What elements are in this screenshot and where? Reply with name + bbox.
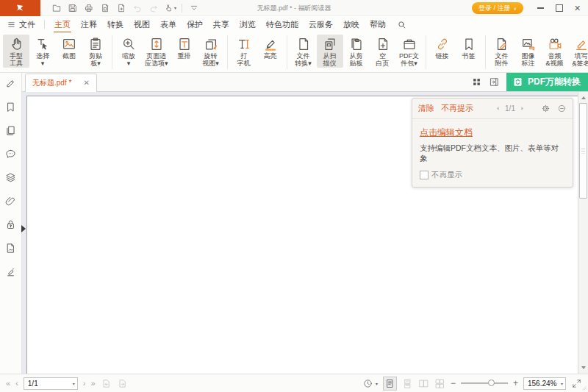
tab-thumbnails-button[interactable] bbox=[471, 76, 482, 88]
maximize-button[interactable] bbox=[550, 0, 568, 16]
vertical-scrollbar[interactable] bbox=[578, 92, 588, 374]
reflow-button[interactable]: 重排 bbox=[171, 35, 198, 60]
open-button[interactable] bbox=[49, 0, 64, 16]
close-button[interactable]: ✕ bbox=[568, 0, 587, 16]
save-button[interactable] bbox=[65, 0, 80, 16]
print-button[interactable] bbox=[82, 0, 96, 16]
from-clipboard-icon bbox=[348, 36, 365, 52]
undo-button[interactable] bbox=[130, 0, 145, 16]
zoom-slider[interactable] bbox=[461, 382, 508, 384]
customize-toolbar-button[interactable] bbox=[187, 0, 201, 16]
zoom-tool-button[interactable]: 缩放▾ bbox=[115, 35, 142, 68]
next-notification-icon[interactable] bbox=[519, 105, 526, 112]
signature-panel-button[interactable] bbox=[4, 242, 17, 254]
menu-item-5[interactable]: 表单 bbox=[159, 17, 177, 32]
minimize-button[interactable] bbox=[531, 0, 550, 16]
menu-item-6[interactable]: 保护 bbox=[186, 17, 204, 32]
prev-notification-icon[interactable] bbox=[495, 105, 501, 112]
chevron-down-icon[interactable]: ▾ bbox=[376, 381, 378, 386]
bookmarks-panel-button[interactable] bbox=[4, 101, 17, 113]
edit-document-link[interactable]: 点击编辑文档 bbox=[420, 126, 473, 139]
login-register-button[interactable]: 登录 / 注册 ∨ bbox=[472, 2, 523, 14]
login-label: 登录 / 注册 bbox=[478, 4, 511, 13]
prev-page-button[interactable]: ‹ bbox=[15, 379, 18, 388]
highlight-button[interactable]: 高亮 bbox=[257, 35, 284, 60]
continuous-view-button[interactable] bbox=[402, 378, 413, 389]
snapshot-button[interactable]: 截图 bbox=[56, 35, 82, 60]
menu-item-7[interactable]: 共享 bbox=[212, 17, 230, 32]
redo-button[interactable] bbox=[146, 0, 161, 16]
quick-edit-button[interactable] bbox=[4, 77, 17, 90]
rotate-view-button[interactable]: 旋转视图▾ bbox=[198, 35, 224, 68]
minimize-panel-icon[interactable] bbox=[557, 104, 567, 113]
pointer-mode-button[interactable]: ▾ bbox=[162, 0, 177, 16]
file-attachment-button[interactable]: 文件附件 bbox=[489, 35, 515, 68]
facing-view-button[interactable] bbox=[418, 378, 429, 389]
typewriter-button[interactable]: 打字机 bbox=[231, 35, 257, 68]
scroll-up-button[interactable] bbox=[578, 93, 588, 102]
last-page-button[interactable]: » bbox=[90, 379, 95, 388]
chevron-down-icon[interactable]: ▾ bbox=[73, 381, 75, 386]
gear-icon[interactable] bbox=[541, 104, 551, 113]
document-tab[interactable]: 无标题.pdf * ✕ bbox=[25, 74, 97, 92]
next-view-button[interactable] bbox=[117, 378, 128, 389]
document-tab-bar: 无标题.pdf * ✕ PDF万能转换 bbox=[22, 73, 588, 92]
facing-continuous-view-button[interactable] bbox=[434, 378, 445, 389]
menu-item-1[interactable]: 主页 bbox=[54, 17, 71, 32]
dont-remind-button[interactable]: 不再提示 bbox=[441, 103, 473, 114]
file-convert-button[interactable]: 文件转换▾ bbox=[290, 35, 317, 68]
read-mode-button[interactable] bbox=[362, 378, 373, 389]
image-annotation-button[interactable]: 图像标注 bbox=[515, 35, 542, 68]
hand-tool-button[interactable]: 手型工具 bbox=[3, 35, 29, 68]
blank-page-button[interactable]: 空白页 bbox=[370, 35, 396, 68]
bookmark-button[interactable]: 书签 bbox=[456, 35, 482, 60]
menu-item-9[interactable]: 特色功能 bbox=[265, 17, 299, 32]
scroll-down-button[interactable] bbox=[578, 363, 588, 372]
previous-view-button[interactable] bbox=[101, 378, 112, 389]
single-page-view-button[interactable] bbox=[383, 377, 397, 391]
scrollbar-thumb[interactable] bbox=[579, 103, 587, 199]
chevron-down-icon[interactable]: ▾ bbox=[561, 381, 563, 386]
collapse-ribbon-button[interactable] bbox=[571, 63, 578, 69]
audio-video-button[interactable]: 音频&视频 bbox=[542, 35, 568, 68]
menu-item-8[interactable]: 浏览 bbox=[239, 17, 257, 32]
menu-item-12[interactable]: 帮助 bbox=[369, 17, 387, 32]
page-fit-options-button[interactable]: 页面适应选项▾ bbox=[142, 35, 171, 68]
link-button[interactable]: 链接 bbox=[429, 35, 456, 60]
switch-window-button[interactable] bbox=[489, 76, 500, 88]
attachments-panel-button[interactable] bbox=[4, 195, 17, 207]
checkbox[interactable] bbox=[420, 171, 429, 179]
menu-item-2[interactable]: 注释 bbox=[80, 17, 98, 32]
sidebar-expand-handle[interactable] bbox=[21, 225, 26, 232]
clipboard-button[interactable]: 剪贴板▾ bbox=[82, 35, 109, 68]
first-page-button[interactable]: « bbox=[6, 379, 10, 388]
next-page-button[interactable]: › bbox=[83, 379, 86, 388]
comments-panel-button[interactable] bbox=[4, 148, 17, 160]
zoom-out-button[interactable]: − bbox=[451, 379, 456, 388]
export-document-button[interactable] bbox=[98, 0, 112, 16]
resize-grip[interactable] bbox=[579, 383, 587, 391]
esign-panel-button[interactable] bbox=[4, 266, 17, 278]
menu-item-11[interactable]: 放映 bbox=[343, 17, 360, 32]
from-clipboard-button[interactable]: 从剪贴板 bbox=[343, 35, 370, 68]
menu-item-4[interactable]: 视图 bbox=[133, 17, 151, 32]
tab-close-icon[interactable]: ✕ bbox=[83, 79, 89, 87]
dont-show-checkbox-row[interactable]: 不再显示 bbox=[420, 170, 565, 180]
zoom-slider-thumb[interactable] bbox=[488, 379, 495, 386]
layers-panel-button[interactable] bbox=[4, 171, 17, 184]
from-scanner-button[interactable]: 从扫描仪 bbox=[317, 35, 343, 68]
zoom-in-button[interactable]: + bbox=[513, 379, 518, 388]
zoom-level-input[interactable]: 156.24% ▾ bbox=[523, 377, 566, 390]
clear-button[interactable]: 清除 bbox=[418, 103, 434, 114]
new-document-button[interactable] bbox=[114, 0, 129, 16]
menu-item-10[interactable]: 云服务 bbox=[308, 17, 334, 32]
menu-item-3[interactable]: 转换 bbox=[107, 17, 124, 32]
pdf-convert-button[interactable]: PDF万能转换 bbox=[506, 73, 588, 91]
select-tool-button[interactable]: 选择▾ bbox=[29, 35, 56, 68]
search-icon[interactable] bbox=[397, 20, 406, 29]
file-menu-button[interactable]: 文件 bbox=[7, 19, 35, 30]
page-number-input[interactable]: 1/1 ▾ bbox=[24, 377, 78, 390]
pdf-portfolio-button[interactable]: PDF文件包▾ bbox=[396, 35, 423, 68]
pages-panel-button[interactable] bbox=[4, 124, 17, 137]
security-panel-button[interactable] bbox=[4, 218, 17, 231]
